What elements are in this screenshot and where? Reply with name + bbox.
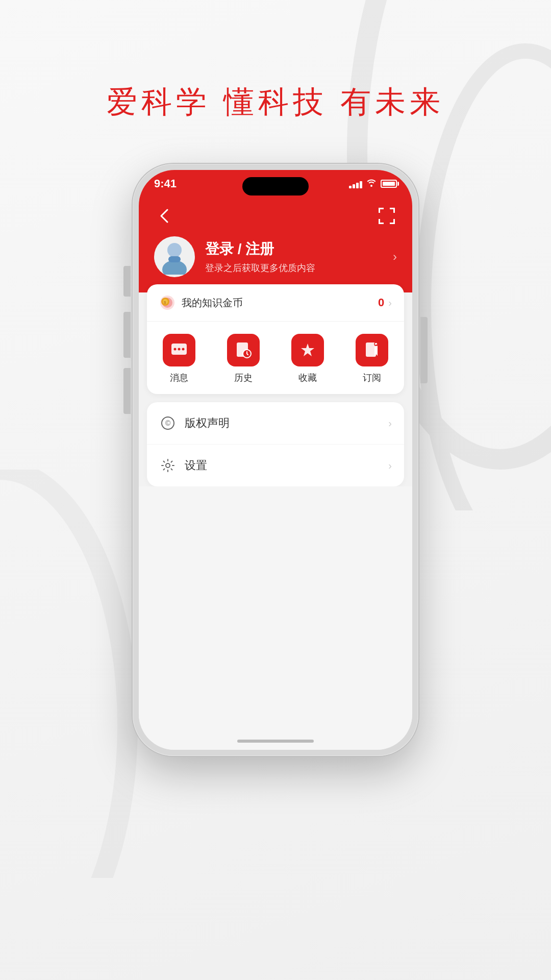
copyright-icon: © <box>159 414 177 432</box>
profile-arrow-icon: › <box>393 250 397 264</box>
copyright-arrow-icon: › <box>388 418 392 429</box>
profile-info: 登录 / 注册 登录之后获取更多优质内容 <box>205 239 383 274</box>
profile-title: 登录 / 注册 <box>205 239 383 259</box>
action-messages-label: 消息 <box>170 372 188 384</box>
svg-point-3 <box>167 243 182 257</box>
action-history[interactable]: 历史 <box>227 334 260 384</box>
status-icons <box>349 179 397 189</box>
action-subscribe[interactable]: + 订阅 <box>356 334 388 384</box>
coin-icon: $ <box>159 295 176 311</box>
messages-icon-box <box>163 334 195 366</box>
nav-bar <box>154 206 397 226</box>
settings-icon <box>159 457 177 474</box>
action-favorites[interactable]: 收藏 <box>291 334 324 384</box>
screen-body <box>139 486 412 750</box>
signal-icon <box>349 179 362 188</box>
svg-point-4 <box>162 260 187 275</box>
subscribe-icon-box: + <box>356 334 388 366</box>
svg-point-12 <box>174 348 177 351</box>
side-button-vol-down <box>123 368 131 414</box>
app-screen: 9:41 <box>139 170 412 750</box>
side-button-mute <box>123 266 131 297</box>
menu-item-settings[interactable]: 设置 › <box>147 445 404 486</box>
svg-text:+: + <box>375 343 378 346</box>
svg-text:$: $ <box>164 300 166 305</box>
main-card: $ 我的知识金币 0 › <box>147 284 404 394</box>
svg-point-14 <box>182 348 185 351</box>
svg-point-24 <box>166 463 170 468</box>
profile-row[interactable]: 登录 / 注册 登录之后获取更多优质内容 › <box>154 236 397 277</box>
coins-value: 0 <box>378 296 384 309</box>
coins-label: 我的知识金币 <box>182 296 378 310</box>
action-history-label: 历史 <box>234 372 253 384</box>
avatar <box>154 236 195 277</box>
action-favorites-label: 收藏 <box>298 372 317 384</box>
dynamic-island <box>242 177 309 195</box>
menu-item-copyright[interactable]: © 版权声明 › <box>147 402 404 445</box>
svg-rect-5 <box>168 256 181 262</box>
scan-icon <box>379 208 395 224</box>
back-button[interactable] <box>154 206 174 226</box>
coins-arrow-icon: › <box>388 297 392 309</box>
favorites-icon-box <box>291 334 324 366</box>
action-subscribe-label: 订阅 <box>363 372 381 384</box>
phone-screen: 9:41 <box>139 170 412 750</box>
svg-point-2 <box>0 470 128 878</box>
battery-fill <box>383 182 395 186</box>
svg-marker-17 <box>301 344 314 356</box>
side-button-vol-up <box>123 312 131 358</box>
battery-icon <box>381 180 397 188</box>
wifi-icon <box>366 179 377 189</box>
svg-text:©: © <box>165 419 171 427</box>
tagline: 爱科学 懂科技 有未来 <box>107 82 444 123</box>
coins-row[interactable]: $ 我的知识金币 0 › <box>147 284 404 322</box>
copyright-label: 版权声明 <box>185 415 380 431</box>
history-icon-box <box>227 334 260 366</box>
side-button-power <box>420 317 428 383</box>
settings-label: 设置 <box>185 458 380 473</box>
quick-actions: 消息 历史 <box>147 322 404 394</box>
profile-subtitle: 登录之后获取更多优质内容 <box>205 262 383 274</box>
status-time: 9:41 <box>154 177 177 190</box>
settings-arrow-icon: › <box>388 460 392 472</box>
action-messages[interactable]: 消息 <box>163 334 195 384</box>
scan-button[interactable] <box>377 206 397 226</box>
red-header: 登录 / 注册 登录之后获取更多优质内容 › <box>139 198 412 292</box>
menu-section: © 版权声明 › 设置 › <box>147 402 404 486</box>
svg-point-13 <box>178 348 181 351</box>
home-indicator <box>237 740 314 743</box>
phone-frame: 9:41 <box>133 164 418 756</box>
